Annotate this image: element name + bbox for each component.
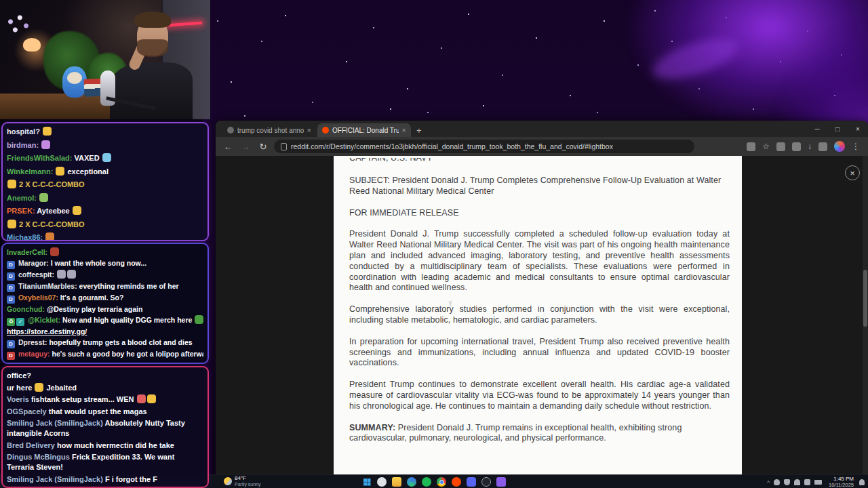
tab-official-donald-trump[interactable]: OFFICIAL: Donald Trump took b × (317, 123, 411, 137)
plush-toy (62, 66, 87, 98)
chat-text: InvaderCell: (7, 248, 50, 256)
file-explorer-icon[interactable] (392, 477, 401, 487)
browser-window: trump covid shot announcemen × OFFICIAL:… (216, 121, 868, 474)
chat-text: Maragor: (16, 259, 51, 267)
search-icon[interactable] (377, 477, 387, 487)
scrollbar-thumb[interactable] (863, 270, 867, 327)
url-text: reddit.com/r/Destiny/comments/1o3jbkh/of… (291, 142, 613, 150)
tab-close-icon[interactable]: × (402, 126, 406, 134)
close-button[interactable]: × (848, 121, 868, 137)
sparkle-emote-icon (57, 270, 66, 279)
purple-emote-icon (41, 140, 50, 149)
chat-message: InvaderCell: @Destiny play Victoria 3 (7, 361, 203, 364)
spotify-icon[interactable] (422, 477, 431, 487)
chat-text: @Destiny (50, 361, 84, 364)
back-button[interactable]: ← (221, 142, 235, 152)
orange-emote-icon (45, 232, 54, 241)
streamer-hair (134, 12, 171, 28)
favorites-star-icon[interactable]: ☆ (762, 142, 770, 151)
tab-trump-covid-shot[interactable]: trump covid shot announcemen × (222, 123, 316, 137)
address-bar[interactable]: reddit.com/r/Destiny/comments/1o3jbkh/of… (274, 140, 694, 153)
page-content: CAPTAIN, U.S. NAVY SUBJECT: President Do… (216, 156, 868, 474)
page-scrollbar[interactable] (863, 156, 868, 474)
battery-icon[interactable] (814, 480, 822, 485)
profile-avatar[interactable] (834, 141, 845, 152)
chat-message: Goonchud: @Destiny play terraria again (7, 304, 203, 314)
chat-text: @Kicklet: (26, 316, 62, 324)
chat-message: D Oxybelis07: It's a gourami. So? (7, 293, 203, 304)
chat-message: birdman: (7, 140, 203, 150)
chat-badge-icon: D (7, 272, 15, 281)
chat-message: Smiling Jack (SmilingJack) Absolutely Nu… (7, 418, 203, 439)
forward-button[interactable]: → (239, 142, 252, 152)
chat-text: Smiling Jack (SmilingJack) (7, 419, 104, 427)
browser-essentials-icon[interactable] (818, 142, 827, 151)
weather-icon (224, 477, 232, 485)
document-image: CAPTAIN, U.S. NAVY SUBJECT: President Do… (334, 156, 742, 474)
clock[interactable]: 1:45 PM 10/11/2025 (829, 476, 854, 488)
chat-badge-icon: ♻ (7, 318, 15, 326)
chat-text: Bred Delivery (7, 441, 57, 449)
site-info-icon[interactable] (281, 143, 287, 150)
webcam-feed (0, 0, 210, 119)
notifications-icon[interactable] (859, 479, 865, 485)
wifi-icon[interactable] (794, 479, 800, 485)
document-paragraph: FOR IMMEDIATE RELEASE (349, 208, 730, 219)
chat-text: how much ivermectin did he take (57, 441, 174, 449)
chat-link[interactable]: https://store.destiny.gg/ (7, 327, 87, 336)
minimize-button[interactable]: ─ (807, 121, 827, 137)
edge-icon[interactable] (407, 477, 416, 487)
yellow-emote-icon (147, 394, 156, 403)
chat-text: Michax86: (7, 233, 45, 241)
voicemeeter-icon[interactable] (496, 477, 506, 487)
lightbox-close-button[interactable]: × (845, 165, 860, 180)
chat-text: It's a gourami. So? (60, 293, 124, 302)
settings-menu-icon[interactable]: ⋮ (852, 142, 860, 151)
chrome-icon[interactable] (437, 477, 446, 487)
chat-message: Michax86: (7, 232, 203, 241)
chat-text: New and high quality DGG merch here (62, 316, 194, 324)
chat-text: InvaderCell: (7, 361, 50, 364)
collections-icon[interactable] (792, 142, 801, 151)
chat-text: everything reminds me of her (79, 282, 179, 290)
chat-text: he's such a good boy he got a lolipop af… (52, 350, 203, 358)
start-icon[interactable] (362, 477, 372, 487)
discord-icon[interactable] (467, 477, 476, 487)
chat-message: Winkelmann: exceptional (7, 167, 203, 176)
weather-condition: Partly sunny (235, 482, 261, 487)
green-emote-icon (39, 193, 48, 202)
security-icon[interactable] (784, 479, 790, 485)
chat-text: FriendsWithSalad: (7, 154, 75, 162)
combo-emote-icon (7, 180, 16, 188)
document-paragraph: President Trump continues to demonstrate… (349, 380, 730, 411)
chat-message: D Maragor: I want the whole song now... (7, 258, 203, 269)
streamer-beard (137, 39, 168, 57)
sparkle-emote-icon (67, 270, 76, 279)
chat-text: Smiling Jack (SmilingJack) (7, 475, 105, 483)
chat-message: ur here Jebaited (7, 383, 203, 393)
reddit-icon[interactable] (452, 477, 461, 487)
maximize-button[interactable]: □ (827, 121, 848, 137)
refresh-button[interactable]: ↻ (256, 142, 270, 152)
yellow-emote-icon (35, 383, 43, 392)
hidden-icons-chevron[interactable]: ^ (767, 479, 770, 485)
chat-text: play Victoria 3 (84, 361, 132, 364)
chat-overlays: hospital? birdman: FriendsWithSalad: VAX… (0, 119, 212, 488)
extensions-icon[interactable] (776, 142, 785, 151)
volume-icon[interactable] (804, 479, 810, 485)
chat-text: I want the whole song now... (51, 259, 146, 267)
onedrive-icon[interactable] (774, 479, 780, 485)
new-tab-button[interactable]: + (416, 125, 422, 136)
chat-text: OGSpacely (7, 407, 49, 415)
chat-text: F i forgot the F (105, 475, 157, 483)
chat-message: D metaguy: he's such a good boy he got a… (7, 349, 203, 360)
downloads-icon[interactable]: ↓ (808, 142, 812, 151)
chat-text: coffeespit: (16, 270, 56, 279)
obs-icon[interactable] (481, 477, 491, 487)
tab-close-icon[interactable]: × (307, 126, 311, 134)
document-paragraph: President Donald J. Trump successfully c… (349, 229, 730, 293)
split-screen-icon[interactable] (747, 142, 755, 151)
chat-text: Dingus McBingus (7, 453, 72, 461)
weather-widget[interactable]: 84°F Partly sunny (224, 476, 261, 487)
chat-overlay-bottom: office?ur here JebaitedVoeris fishtank s… (1, 366, 209, 488)
